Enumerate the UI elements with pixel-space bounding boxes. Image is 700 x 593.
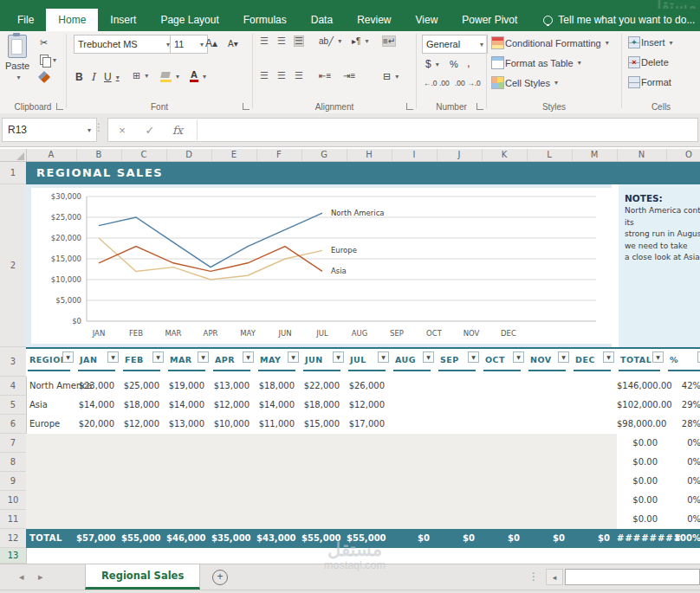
shrink-font-button[interactable]: A▾ (228, 39, 238, 48)
column-header-I[interactable]: I (392, 149, 438, 161)
column-header-N[interactable]: N (617, 149, 667, 161)
ribbon-tab-view[interactable]: View (404, 9, 450, 31)
cell-styles-button[interactable]: Cell Styles▾ (492, 77, 558, 88)
row-header-12[interactable]: 12 (0, 529, 27, 548)
row-header-10[interactable]: 10 (0, 491, 27, 510)
decrease-decimal-button[interactable]: .00 →.0 (455, 79, 481, 87)
tab-bar-splitter[interactable]: ⋮ (528, 570, 539, 583)
tell-me-box[interactable]: Tell me what you want to do... (543, 9, 695, 31)
column-header-C[interactable]: C (121, 149, 167, 161)
column-header-H[interactable]: H (347, 149, 392, 161)
number-format-select[interactable]: General▾ (422, 35, 488, 54)
align-bottom-button[interactable]: ☰ (295, 36, 303, 46)
hscroll-left-arrow[interactable]: ◂ (546, 569, 563, 585)
increase-decimal-button[interactable]: ←.0 .00 (424, 79, 450, 87)
font-dialog-launcher[interactable] (243, 103, 250, 110)
filter-button-sep[interactable]: ▼ (468, 351, 479, 363)
align-center-button[interactable]: ☰ (277, 71, 286, 81)
ribbon-tab-insert[interactable]: Insert (98, 9, 148, 31)
ribbon-tab-home[interactable]: Home (46, 9, 98, 31)
row-header-4[interactable]: 4 (0, 377, 27, 396)
hscroll-thumb[interactable] (565, 569, 700, 585)
new-sheet-button[interactable]: + (212, 570, 228, 585)
column-header-M[interactable]: M (572, 149, 618, 161)
filter-button-oct[interactable]: ▼ (513, 351, 524, 363)
number-dialog-launcher[interactable] (476, 103, 483, 110)
filter-button-may[interactable]: ▼ (288, 351, 299, 363)
format-painter-button[interactable] (40, 73, 49, 81)
filter-button-jan[interactable]: ▼ (107, 351, 119, 363)
bold-button[interactable]: B (75, 71, 83, 83)
wrap-text-button[interactable]: ≡↵ (383, 36, 395, 46)
column-header-F[interactable]: F (256, 149, 302, 161)
align-middle-button[interactable]: ☰ (277, 36, 286, 46)
grow-font-button[interactable]: A▴ (205, 37, 217, 49)
filter-button-dec[interactable]: ▼ (603, 351, 614, 363)
ribbon-tab-data[interactable]: Data (299, 9, 345, 31)
filter-button-apr[interactable]: ▼ (243, 351, 254, 363)
filter-button-total[interactable]: ▼ (652, 351, 664, 363)
font-name-select[interactable]: Trebuchet MS▾ (74, 35, 174, 54)
formula-bar-splitter[interactable]: ⋮ (94, 121, 104, 133)
insert-function-button[interactable]: fx (164, 124, 191, 137)
filter-button-region[interactable]: ▼ (62, 351, 74, 363)
alignment-dialog-launcher[interactable] (406, 103, 413, 110)
sales-line-chart[interactable]: $0$5,000$10,000$15,000$20,000$25,000$30,… (31, 188, 612, 344)
column-header-O[interactable]: O (666, 149, 700, 161)
insert-cells-button[interactable]: + Insert▾ (629, 37, 673, 48)
filter-button-jun[interactable]: ▼ (333, 351, 344, 363)
column-header-D[interactable]: D (166, 149, 212, 161)
merge-center-button[interactable]: ⊟▾ (383, 71, 399, 82)
confirm-entry-button[interactable]: ✓ (136, 124, 164, 137)
ribbon-tab-page-layout[interactable]: Page Layout (148, 9, 230, 31)
row-header-8[interactable]: 8 (0, 453, 27, 472)
cut-button[interactable]: ✂ (40, 37, 48, 48)
sheet-title-bar[interactable]: REGIONAL SALES (26, 162, 700, 184)
fill-color-button[interactable]: ▾ (160, 71, 179, 82)
row-header-5[interactable]: 5 (0, 396, 27, 415)
next-sheet-arrow[interactable]: ▸ (38, 571, 43, 583)
format-cells-button[interactable]: Format (629, 77, 671, 87)
cancel-entry-button[interactable]: × (108, 124, 136, 137)
align-right-button[interactable]: ☰ (295, 71, 303, 81)
column-header-K[interactable]: K (482, 149, 528, 161)
column-header-L[interactable]: L (527, 149, 573, 161)
sheet-tab-regional-sales[interactable]: Regional Sales (85, 564, 200, 590)
clipboard-dialog-launcher[interactable] (56, 103, 63, 110)
row-header-11[interactable]: 11 (0, 510, 27, 529)
font-color-button[interactable]: A▾ (190, 70, 206, 82)
delete-cells-button[interactable]: × Delete (629, 57, 669, 68)
column-header-E[interactable]: E (211, 149, 257, 161)
increase-indent-button[interactable]: ⇥≡ (343, 71, 355, 81)
align-left-button[interactable]: ☰ (260, 71, 269, 81)
italic-button[interactable]: I (91, 71, 95, 83)
column-header-B[interactable]: B (76, 149, 122, 161)
orientation-button[interactable]: ab╱▾ (319, 36, 341, 46)
ribbon-tab-review[interactable]: Review (345, 9, 403, 31)
row-header-3[interactable]: 3 (0, 347, 27, 377)
filter-button-jul[interactable]: ▼ (378, 351, 389, 363)
font-size-select[interactable]: 11▾ (170, 35, 208, 54)
comma-style-button[interactable]: , (467, 56, 470, 69)
prev-sheet-arrow[interactable]: ◂ (19, 571, 24, 583)
ribbon-tab-power-pivot[interactable]: Power Pivot (450, 9, 529, 31)
row-header-1[interactable]: 1 (0, 162, 27, 184)
copy-button[interactable]: ▾ (40, 55, 56, 65)
format-as-table-button[interactable]: Format as Table▾ (492, 57, 581, 68)
row-header-13[interactable]: 13 (0, 548, 27, 564)
row-header-6[interactable]: 6 (0, 415, 27, 434)
percent-style-button[interactable]: % (450, 59, 458, 69)
column-header-G[interactable]: G (301, 149, 347, 161)
notes-panel[interactable]: NOTES: North America continuesitsstrong … (619, 184, 700, 347)
filter-button-feb[interactable]: ▼ (152, 351, 164, 363)
column-header-J[interactable]: J (437, 149, 483, 161)
conditional-formatting-button[interactable]: Conditional Formatting▾ (492, 37, 609, 48)
filter-button-mar[interactable]: ▼ (198, 351, 209, 363)
ribbon-tab-formulas[interactable]: Formulas (231, 9, 299, 31)
filter-button-nov[interactable]: ▼ (558, 351, 569, 363)
select-all-corner[interactable] (0, 149, 27, 161)
borders-button[interactable]: ⊞▾ (133, 71, 148, 81)
align-top-button[interactable]: ☰ (260, 36, 269, 46)
decrease-indent-button[interactable]: ⇤≡ (319, 71, 331, 81)
paste-button[interactable]: Paste ▾ (5, 35, 29, 81)
